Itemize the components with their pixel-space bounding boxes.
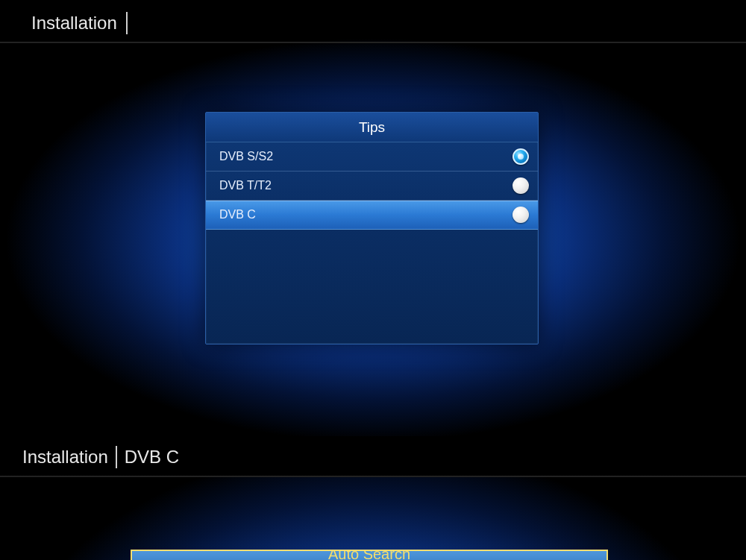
breadcrumb: Installation DVB C (22, 446, 179, 468)
page-title-row: Installation (31, 12, 128, 34)
auto-search-button[interactable]: Auto Search (131, 550, 608, 560)
installation-screen: Installation Tips DVB S/S2 DVB T/T2 DVB … (0, 0, 746, 436)
page-title: Installation (31, 13, 117, 34)
option-label: DVB S/S2 (219, 150, 273, 163)
radio-unselected-icon (513, 207, 529, 223)
title-divider (126, 12, 128, 34)
option-label: DVB C (219, 208, 256, 221)
option-label: DVB T/T2 (219, 179, 272, 192)
header-underline (0, 42, 746, 43)
option-dvb-c[interactable]: DVB C (206, 201, 538, 230)
breadcrumb-divider (116, 446, 117, 468)
bottom-screen-bg (0, 477, 746, 560)
radio-selected-icon (513, 148, 529, 165)
radio-unselected-icon (513, 177, 529, 194)
option-dvb-t[interactable]: DVB T/T2 (206, 172, 538, 201)
button-label: Auto Search (328, 550, 410, 560)
dialog-option-list: DVB S/S2 DVB T/T2 DVB C (206, 142, 538, 230)
option-dvb-s[interactable]: DVB S/S2 (206, 142, 538, 172)
tips-dialog: Tips DVB S/S2 DVB T/T2 DVB C (205, 112, 539, 345)
breadcrumb-current: DVB C (125, 447, 179, 468)
breadcrumb-root: Installation (22, 447, 108, 468)
dialog-title: Tips (206, 113, 538, 142)
